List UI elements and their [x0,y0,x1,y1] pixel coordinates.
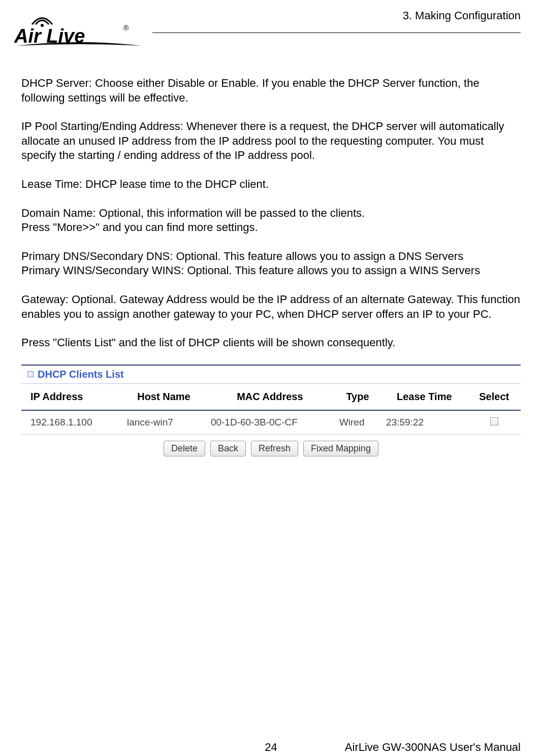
select-checkbox[interactable] [490,417,498,425]
cell-host: lance-win7 [122,410,206,435]
col-select: Select [467,384,521,410]
button-row: Delete Back Refresh Fixed Mapping [21,435,521,465]
back-button[interactable]: Back [210,441,246,456]
delete-button[interactable]: Delete [164,441,205,456]
paragraph-ip-pool: IP Pool Starting/Ending Address: Wheneve… [21,119,521,163]
col-lease: Lease Time [381,384,467,410]
paragraph-dhcp-server: DHCP Server: Choose either Disable or En… [21,76,521,105]
footer-title: AirLive GW-300NAS User's Manual [345,741,521,754]
col-type: Type [334,384,381,410]
dhcp-clients-panel: DHCP Clients List IP Address Host Name M… [21,365,521,465]
panel-icon [27,371,34,377]
paragraph-wins: Primary WINS/Secondary WINS: Optional. T… [21,264,521,278]
col-host: Host Name [122,384,206,410]
paragraph-more: Press "More>>" and you can find more set… [21,220,521,235]
body-text: DHCP Server: Choose either Disable or En… [0,56,542,350]
cell-mac: 00-1D-60-3B-0C-CF [206,410,334,435]
paragraph-domain-name: Domain Name: Optional, this information … [21,206,521,221]
col-mac: MAC Address [206,384,334,410]
paragraph-clients-list: Press "Clients List" and the list of DHC… [21,336,521,350]
table-header-row: IP Address Host Name MAC Address Type Le… [21,384,521,410]
col-ip: IP Address [21,384,122,410]
paragraph-lease-time: Lease Time: DHCP lease time to the DHCP … [21,177,521,192]
panel-title: DHCP Clients List [38,369,124,380]
page-number: 24 [265,741,277,754]
cell-type: Wired [334,410,381,435]
svg-text:®: ® [123,24,129,32]
cell-ip: 192.168.1.100 [21,410,122,435]
chapter-title: 3. Making Configuration [403,9,521,22]
cell-select [467,410,521,435]
paragraph-gateway: Gateway: Optional. Gateway Address would… [21,292,521,321]
table-row: 192.168.1.100 lance-win7 00-1D-60-3B-0C-… [21,410,521,435]
panel-title-bar: DHCP Clients List [21,366,521,384]
clients-table: IP Address Host Name MAC Address Type Le… [21,384,521,435]
cell-lease: 23:59:22 [381,410,467,435]
header-rule [152,32,521,33]
paragraph-dns: Primary DNS/Secondary DNS: Optional. Thi… [21,249,521,264]
fixed-mapping-button[interactable]: Fixed Mapping [303,441,378,456]
refresh-button[interactable]: Refresh [251,441,298,456]
page-header: Air Live ® 3. Making Configuration [0,0,542,56]
airlive-logo: Air Live ® [14,9,144,52]
